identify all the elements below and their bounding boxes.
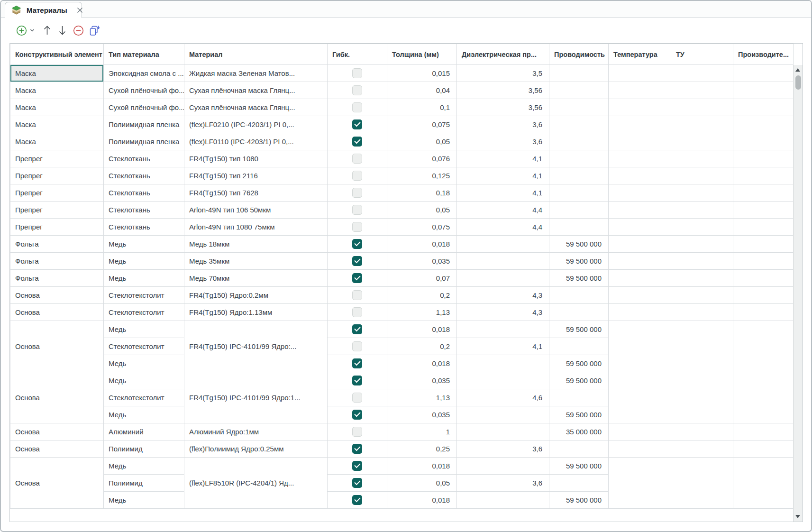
cell-element[interactable]: Основа	[10, 304, 104, 321]
cell-thickness[interactable]: 0,075	[387, 219, 457, 236]
cell-thickness[interactable]: 0,076	[387, 150, 457, 167]
cell-dielectric[interactable]	[457, 372, 549, 389]
flex-checkbox-checked[interactable]	[352, 358, 362, 368]
cell-material[interactable]: (flex)Полиимид Ядро:0.25мм	[184, 440, 328, 458]
cell-tu[interactable]	[671, 184, 733, 202]
cell-conductivity[interactable]: 59 500 000	[549, 372, 609, 389]
cell-manufacturer[interactable]	[733, 321, 794, 372]
cell-manufacturer[interactable]	[733, 65, 794, 82]
cell-conductivity[interactable]: 59 500 000	[549, 270, 609, 287]
flex-checkbox-unchecked[interactable]	[352, 205, 362, 215]
flex-checkbox-unchecked[interactable]	[352, 393, 362, 403]
cell-manufacturer[interactable]	[733, 253, 794, 270]
cell-temperature[interactable]	[609, 372, 671, 423]
cell-tu[interactable]	[671, 236, 733, 253]
cell-tu[interactable]	[671, 150, 733, 167]
flex-checkbox-checked[interactable]	[352, 239, 362, 249]
column-header-type[interactable]: Тип материала	[104, 44, 184, 65]
remove-button[interactable]	[73, 25, 84, 36]
cell-dielectric[interactable]	[457, 253, 549, 270]
column-header-manufacturer[interactable]: Производите...	[733, 44, 794, 65]
cell-conductivity[interactable]: 59 500 000	[549, 236, 609, 253]
cell-element[interactable]: Основа	[10, 287, 104, 304]
cell-thickness[interactable]: 0,25	[387, 440, 457, 458]
cell-flex[interactable]	[328, 475, 387, 492]
cell-conductivity[interactable]	[549, 184, 609, 202]
cell-manufacturer[interactable]	[733, 270, 794, 287]
cell-element[interactable]: Маска	[10, 82, 104, 99]
flex-checkbox-unchecked[interactable]	[352, 222, 362, 232]
cell-tu[interactable]	[671, 167, 733, 184]
cell-material-type[interactable]: Алюминий	[104, 423, 184, 440]
cell-flex[interactable]	[328, 440, 387, 458]
cell-temperature[interactable]	[609, 99, 671, 116]
cell-material-type[interactable]: Стеклотекстолит	[104, 338, 184, 355]
flex-checkbox-checked[interactable]	[352, 137, 362, 147]
cell-dielectric[interactable]: 4,1	[457, 338, 549, 355]
cell-flex[interactable]	[328, 389, 387, 406]
cell-flex[interactable]	[328, 492, 387, 509]
cell-tu[interactable]	[671, 423, 733, 440]
cell-thickness[interactable]: 0,035	[387, 372, 457, 389]
cell-manufacturer[interactable]	[733, 82, 794, 99]
cell-material[interactable]: FR4(Tg150) Ядро:1.13мм	[184, 304, 328, 321]
cell-element[interactable]: Основа	[10, 423, 104, 440]
scroll-thumb[interactable]	[795, 75, 801, 90]
flex-checkbox-unchecked[interactable]	[352, 68, 362, 78]
cell-flex[interactable]	[328, 116, 387, 133]
cell-dielectric[interactable]	[457, 321, 549, 338]
cell-tu[interactable]	[671, 99, 733, 116]
cell-tu[interactable]	[671, 458, 733, 509]
cell-thickness[interactable]: 0,125	[387, 167, 457, 184]
cell-material[interactable]: (flex)LF0210 (IPC-4203/1) PI 0,...	[184, 116, 328, 133]
cell-element[interactable]: Препрег	[10, 184, 104, 202]
column-header-conductivity[interactable]: Проводимость	[549, 44, 609, 65]
cell-manufacturer[interactable]	[733, 304, 794, 321]
cell-element[interactable]: Маска	[10, 116, 104, 133]
cell-conductivity[interactable]	[549, 99, 609, 116]
cell-temperature[interactable]	[609, 270, 671, 287]
cell-material-type[interactable]: Медь	[104, 236, 184, 253]
cell-temperature[interactable]	[609, 150, 671, 167]
cell-material-type[interactable]: Медь	[104, 270, 184, 287]
cell-element[interactable]: Препрег	[10, 202, 104, 219]
scroll-up-arrow-icon[interactable]	[795, 68, 800, 72]
cell-tu[interactable]	[671, 82, 733, 99]
cell-dielectric[interactable]: 3,56	[457, 99, 549, 116]
cell-thickness[interactable]: 1	[387, 423, 457, 440]
cell-flex[interactable]	[328, 270, 387, 287]
cell-material[interactable]: Алюминий Ядро:1мм	[184, 423, 328, 440]
cell-thickness[interactable]: 0,04	[387, 82, 457, 99]
cell-material[interactable]: (flex)LF8510R (IPC-4204/1) Яд...	[184, 458, 328, 509]
column-header-flex[interactable]: Гибк.	[328, 44, 387, 65]
cell-tu[interactable]	[671, 133, 733, 150]
cell-thickness[interactable]: 0,05	[387, 475, 457, 492]
cell-temperature[interactable]	[609, 202, 671, 219]
flex-checkbox-checked[interactable]	[352, 324, 362, 334]
cell-element[interactable]: Препрег	[10, 219, 104, 236]
cell-element[interactable]: Фольга	[10, 270, 104, 287]
flex-checkbox-checked[interactable]	[352, 461, 362, 471]
cell-material[interactable]: Arlon-49N тип 1080 75мкм	[184, 219, 328, 236]
cell-material[interactable]: FR4(Tg150) тип 7628	[184, 184, 328, 202]
cell-material[interactable]: Медь 35мкм	[184, 253, 328, 270]
cell-tu[interactable]	[671, 202, 733, 219]
cell-manufacturer[interactable]	[733, 202, 794, 219]
cell-manufacturer[interactable]	[733, 150, 794, 167]
cell-flex[interactable]	[328, 372, 387, 389]
cell-manufacturer[interactable]	[733, 236, 794, 253]
cell-element[interactable]: Препрег	[10, 150, 104, 167]
cell-temperature[interactable]	[609, 82, 671, 99]
cell-thickness[interactable]: 0,018	[387, 236, 457, 253]
cell-flex[interactable]	[328, 184, 387, 202]
cell-manufacturer[interactable]	[733, 458, 794, 509]
cell-temperature[interactable]	[609, 253, 671, 270]
cell-material-type[interactable]: Стеклоткань	[104, 219, 184, 236]
cell-conductivity[interactable]	[549, 304, 609, 321]
cell-conductivity[interactable]	[549, 219, 609, 236]
cell-flex[interactable]	[328, 338, 387, 355]
cell-material-type[interactable]: Стеклоткань	[104, 202, 184, 219]
cell-dielectric[interactable]	[457, 458, 549, 475]
move-up-button[interactable]	[43, 25, 51, 36]
cell-manufacturer[interactable]	[733, 287, 794, 304]
